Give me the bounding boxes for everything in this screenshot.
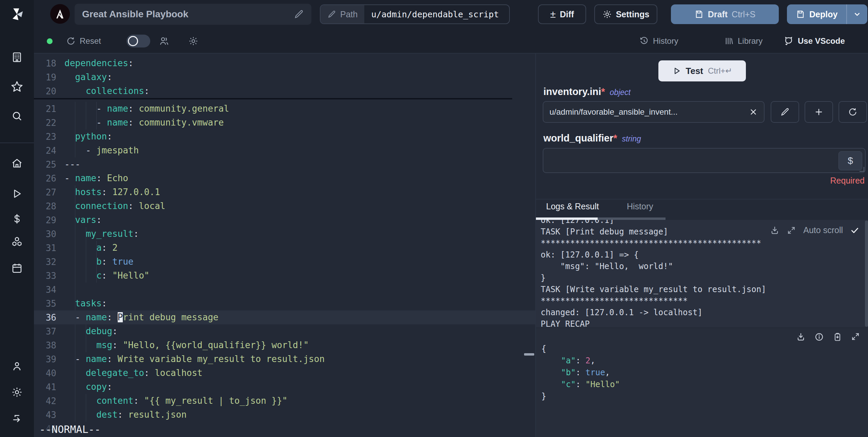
library-button[interactable]: Library <box>724 29 763 53</box>
collaborators-button[interactable] <box>159 29 170 53</box>
sidebar-item-favorites-star-icon[interactable] <box>0 77 34 96</box>
sticky-line-20[interactable]: 20 collections: <box>34 84 535 98</box>
sticky-line-19[interactable]: 19 galaxy: <box>34 70 535 84</box>
windmill-logo[interactable] <box>0 5 34 24</box>
test-button[interactable]: Test Ctrl+↵ <box>658 60 746 81</box>
sidebar-item-settings-gear-icon[interactable] <box>0 383 34 402</box>
download-logs-icon[interactable] <box>770 226 779 235</box>
code-line-34[interactable]: 34 <box>34 283 535 297</box>
sidebar-item-schedules-calendar-icon[interactable] <box>0 259 34 278</box>
line-number: 30 <box>34 229 56 239</box>
inventory-type-tag: object <box>610 88 631 97</box>
info-icon[interactable] <box>814 332 824 342</box>
tab-history[interactable]: History <box>627 202 653 211</box>
code-line-43[interactable]: 43 dest: result.json <box>34 408 535 422</box>
sidebar-item-account-person-icon[interactable] <box>0 357 34 376</box>
code-line-41[interactable]: 41 copy: <box>34 380 535 394</box>
line-content: - jmespath <box>64 144 139 157</box>
use-vscode-button[interactable]: Use VScode <box>784 29 845 53</box>
diff-button[interactable]: ± Diff <box>538 4 586 24</box>
line-number: 31 <box>34 243 56 253</box>
line-content: c: "Hello" <box>64 269 149 283</box>
code-line-44[interactable]: 44 <box>34 422 535 436</box>
add-resource-button[interactable] <box>805 101 833 123</box>
code-line-40[interactable]: 40 delegate_to: localhost <box>34 366 535 380</box>
sidebar-item-home-icon[interactable] <box>0 154 34 173</box>
active-tab-indicator <box>536 217 598 220</box>
code-line-23[interactable]: 23 python: <box>34 130 535 144</box>
clear-x-icon[interactable] <box>749 108 758 116</box>
code-line-25[interactable]: 25--- <box>34 157 535 171</box>
code-line-29[interactable]: 29 vars: <box>34 213 535 227</box>
code-line-38[interactable]: 38 msg: "Hello, {{world_qualifier}} worl… <box>34 338 535 352</box>
world-qualifier-textarea[interactable]: $ <box>543 148 866 173</box>
split-drag-handle[interactable] <box>524 353 534 356</box>
line-number: 34 <box>34 285 56 295</box>
gear-icon <box>602 10 612 19</box>
code-line-31[interactable]: 31 a: 2 <box>34 241 535 255</box>
result-viewer: { "a": 2, "b": true, "c": "Hello"} <box>536 328 868 437</box>
line-number: 32 <box>34 257 56 267</box>
line-content: my_result: <box>64 227 139 241</box>
code-line-33[interactable]: 33 c: "Hello" <box>34 269 535 283</box>
tab-logs-result[interactable]: Logs & Result <box>546 202 599 211</box>
expand-logs-icon[interactable] <box>787 226 796 235</box>
log-output[interactable]: ok: [127.0.0.1]TASK [Print debug message… <box>536 220 868 327</box>
settings-button[interactable]: Settings <box>594 4 657 24</box>
log-line: changed: [127.0.0.1 -> localhost] <box>536 307 868 318</box>
line-number: 19 <box>34 72 56 82</box>
code-line-32[interactable]: 32 b: true <box>34 255 535 269</box>
reset-button[interactable]: Reset <box>66 29 101 53</box>
deploy-button[interactable]: Deploy <box>787 4 846 24</box>
edit-title-pencil-icon[interactable] <box>294 9 304 19</box>
gear-icon <box>188 36 198 46</box>
code-line-37[interactable]: 37 debug: <box>34 324 535 338</box>
download-result-icon[interactable] <box>796 332 806 342</box>
editor-settings-button[interactable] <box>188 29 198 53</box>
code-line-26[interactable]: 26- name: Echo <box>34 171 535 185</box>
copy-clipboard-icon[interactable] <box>833 332 842 342</box>
code-line-22[interactable]: 22 - name: community.vmware <box>34 116 535 130</box>
line-content: - name: community.general <box>64 102 229 116</box>
code-line-21[interactable]: 21 - name: community.general <box>34 102 535 116</box>
code-line-24[interactable]: 24 - jmespath <box>34 144 535 157</box>
sidebar-item-resources-cubes-icon[interactable] <box>0 232 34 251</box>
code-editor[interactable]: 18dependencies:19 galaxy:20 collections:… <box>34 54 535 437</box>
result-line: } <box>541 391 620 402</box>
resize-handle[interactable] <box>860 167 864 172</box>
sidebar-item-variables-dollar-icon[interactable] <box>0 209 34 228</box>
line-number: 25 <box>34 159 56 170</box>
sidebar-item-workspace-building-icon[interactable] <box>0 48 34 66</box>
inventory-resource-input[interactable]: u/admin/favorable_ansible_invent... <box>543 101 765 123</box>
sticky-line-18[interactable]: 18dependencies: <box>34 56 535 70</box>
refresh-resource-button[interactable] <box>838 101 867 123</box>
status-dot <box>47 38 53 44</box>
code-line-30[interactable]: 30 my_result: <box>34 227 535 241</box>
log-scrollbar[interactable] <box>865 221 868 327</box>
code-line-36[interactable]: 36 - name: Print debug message <box>34 310 535 324</box>
code-line-39[interactable]: 39 - name: Write variable my_result to r… <box>34 352 535 366</box>
auto-scroll-check-icon[interactable] <box>850 226 859 235</box>
result-line: { <box>541 343 620 355</box>
insert-variable-button[interactable]: $ <box>838 151 862 170</box>
script-title-input[interactable]: Great Ansible Playbook <box>75 4 311 25</box>
code-line-28[interactable]: 28 connection: local <box>34 199 535 213</box>
inventory-label: inventory.ini <box>543 86 601 97</box>
code-line-27[interactable]: 27 hosts: 127.0.0.1 <box>34 185 535 199</box>
deploy-dropdown-button[interactable] <box>846 4 867 24</box>
code-line-35[interactable]: 35 tasks: <box>34 297 535 310</box>
edit-resource-button[interactable] <box>771 101 799 123</box>
expand-result-icon[interactable] <box>851 332 860 342</box>
sticky-scroll-shadow <box>34 98 512 99</box>
path-field[interactable]: Path u/admin/dependable_script <box>320 4 510 24</box>
sidebar-item-search-icon[interactable] <box>0 107 34 126</box>
sidebar-item-runs-play-icon[interactable] <box>0 184 34 203</box>
mode-toggle[interactable] <box>127 35 150 48</box>
line-content: connection: local <box>64 199 165 213</box>
line-number: 21 <box>34 104 56 114</box>
line-content: msg: "Hello, {{world_qualifier}} world!" <box>64 338 309 352</box>
code-line-42[interactable]: 42 content: "{{ my_result | to_json }}" <box>34 394 535 408</box>
history-button[interactable]: History <box>639 29 678 53</box>
sidebar-expand-icon[interactable] <box>0 409 34 428</box>
draft-button[interactable]: Draft Ctrl+S <box>671 4 779 24</box>
